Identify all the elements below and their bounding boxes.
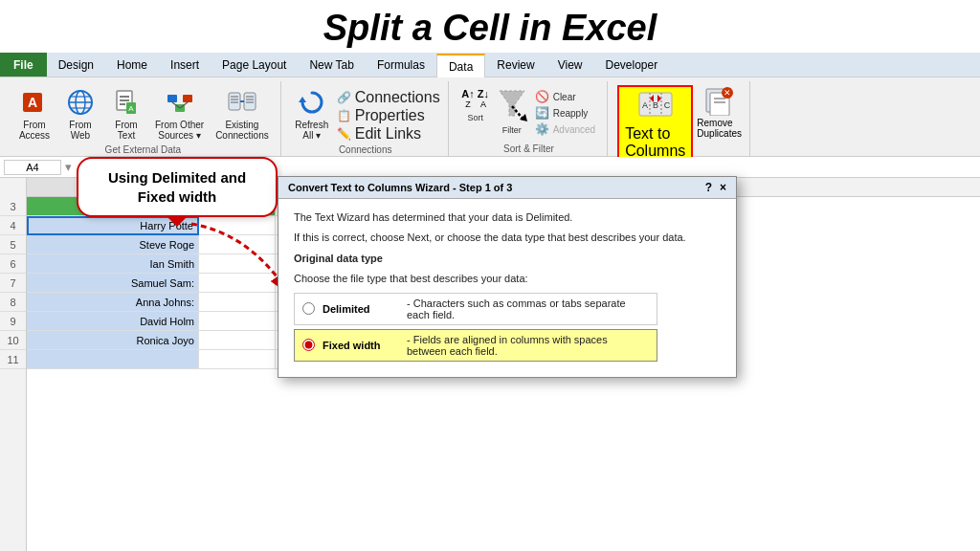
tab-home[interactable]: Home [105,53,159,77]
ribbon-tab-bar: File Design Home Insert Page Layout New … [0,53,980,77]
filter-button[interactable]: Filter [497,85,527,135]
cell-b6[interactable] [199,254,276,274]
tab-developer[interactable]: Developer [593,53,669,77]
radio-option-delimited[interactable]: Delimited - Characters such as commas or… [294,293,657,325]
edit-links-icon: ✏️ [337,127,351,141]
from-access-icon: A [19,87,50,118]
refresh-all-button[interactable]: RefreshAll ▾ [291,85,333,143]
cell-b5[interactable] [199,235,276,254]
tab-formulas[interactable]: Formulas [366,53,436,77]
dialog-close-button[interactable]: × [720,181,726,194]
from-web-label: FromWeb [69,120,91,141]
sort-filter-label: Sort & Filter [503,143,554,156]
cell-b9[interactable] [199,312,276,331]
connections-icon: 🔗 [337,91,351,104]
cell-a7[interactable]: Samuel Sam: [27,274,199,293]
existing-connections-button[interactable]: ExistingConnections [212,85,273,143]
connections-items: 🔗 Connections 📋 Properties ✏️ Edit Links [337,85,440,143]
cell-b8[interactable] [199,293,276,312]
from-text-icon: A [111,87,142,118]
cell-a10[interactable]: Ronica Joyo [27,331,199,350]
advanced-button[interactable]: ⚙️ Advanced [531,121,599,137]
tab-review[interactable]: Review [485,53,546,77]
row-header-6: 6 [0,254,26,274]
radio-delimited-label: Delimited [323,303,399,315]
properties-icon: 📋 [337,109,351,122]
cell-b4[interactable] [199,216,276,235]
tab-page-layout[interactable]: Page Layout [211,53,298,77]
text-to-columns-icon: A B C [638,89,673,125]
properties-btn[interactable]: 📋 Properties [337,107,425,124]
clear-label: Clear [553,92,576,102]
page-title: Split a Cell in Excel [0,0,980,53]
data-tools-items: A B C Text toColumns [617,81,742,164]
filter-icon [497,87,527,125]
radio-delimited-input[interactable] [302,302,315,315]
from-access-label: FromAccess [19,120,50,141]
tooltip-line1: Using Delimited and [108,169,246,186]
sort-label: Sort [467,113,483,122]
dialog-body: The Text Wizard has determined that your… [278,199,736,377]
from-web-button[interactable]: FromWeb [59,85,101,143]
cell-a5[interactable]: Steve Roge [27,235,199,254]
group-items: A FromAccess FromWeb A FromText [13,81,273,143]
from-other-sources-button[interactable]: From OtherSources ▾ [151,85,208,143]
dialog-title-text: Convert Text to Columns Wizard - Step 1 … [288,182,512,193]
remove-duplicates-button[interactable]: ✕ RemoveDuplicates [697,85,742,139]
tab-view[interactable]: View [546,53,594,77]
filter-label: Filter [502,125,522,135]
svg-marker-28 [500,91,524,116]
radio-delimited-desc: - Characters such as commas or tabs sepa… [407,298,649,320]
connections-btn[interactable]: 🔗 Connections [337,89,440,106]
cell-a9[interactable]: David Holm [27,312,199,331]
from-text-label: FromText [115,120,137,141]
cell-a11[interactable] [27,350,199,369]
advanced-icon: ⚙️ [535,122,549,136]
tooltip-bubble: Using Delimited and Fixed width [77,157,278,217]
clear-icon: 🚫 [535,90,549,103]
sort-button[interactable]: Sort [458,111,493,124]
existing-connections-icon [227,87,257,118]
radio-option-fixed-width[interactable]: Fixed width - Fields are aligned in colu… [294,329,657,362]
tab-file[interactable]: File [0,53,47,77]
reapply-button[interactable]: 🔄 Reapply [531,105,592,121]
group-get-external-data: A FromAccess FromWeb A FromText [6,81,281,156]
edit-links-btn[interactable]: ✏️ Edit Links [337,125,421,143]
tooltip-line2: Fixed width [138,188,217,205]
radio-fixed-input[interactable] [302,339,315,351]
cell-b7[interactable] [199,274,276,293]
cell-reference-input[interactable] [4,160,61,175]
tab-design[interactable]: Design [47,53,105,77]
from-access-button[interactable]: A FromAccess [13,85,56,143]
reapply-label: Reapply [553,108,589,119]
text-to-columns-button[interactable]: A B C Text toColumns [617,85,693,164]
cell-a8[interactable]: Anna Johns: [27,293,199,312]
tab-data[interactable]: Data [436,54,485,77]
row-header-11: 11 [0,350,26,369]
from-other-sources-label: From OtherSources ▾ [155,120,204,141]
advanced-label: Advanced [553,124,595,135]
tab-insert[interactable]: Insert [159,53,211,77]
group-connections: RefreshAll ▾ 🔗 Connections 📋 Properties … [283,81,449,156]
cell-a6[interactable]: Ian Smith [27,254,199,274]
connections-group-items: RefreshAll ▾ 🔗 Connections 📋 Properties … [291,81,440,143]
sort-az-button[interactable]: A↑ Z [461,89,474,109]
dialog-desc1: The Text Wizard has determined that your… [294,210,721,225]
edit-links-label: Edit Links [355,125,421,143]
filter-options: 🚫 Clear 🔄 Reapply ⚙️ Advanced [531,85,599,137]
dialog-help-button[interactable]: ? [705,181,712,194]
clear-button[interactable]: 🚫 Clear [531,89,580,104]
from-text-button[interactable]: A FromText [105,85,147,143]
svg-rect-18 [229,93,240,110]
sort-za-button[interactable]: Z↓ A [478,89,489,109]
remove-duplicates-icon: ✕ [704,85,735,118]
ribbon-content: A FromAccess FromWeb A FromText [0,77,980,156]
cell-b10[interactable] [199,331,276,350]
remove-duplicates-label: RemoveDuplicates [697,118,742,139]
from-other-sources-icon [165,87,195,118]
radio-fixed-desc: - Fields are aligned in columns with spa… [407,334,649,357]
cell-b11[interactable] [199,350,276,369]
text-to-columns-label: Text toColumns [625,125,685,160]
row-header-10: 10 [0,331,26,350]
tab-new-tab[interactable]: New Tab [298,53,365,77]
